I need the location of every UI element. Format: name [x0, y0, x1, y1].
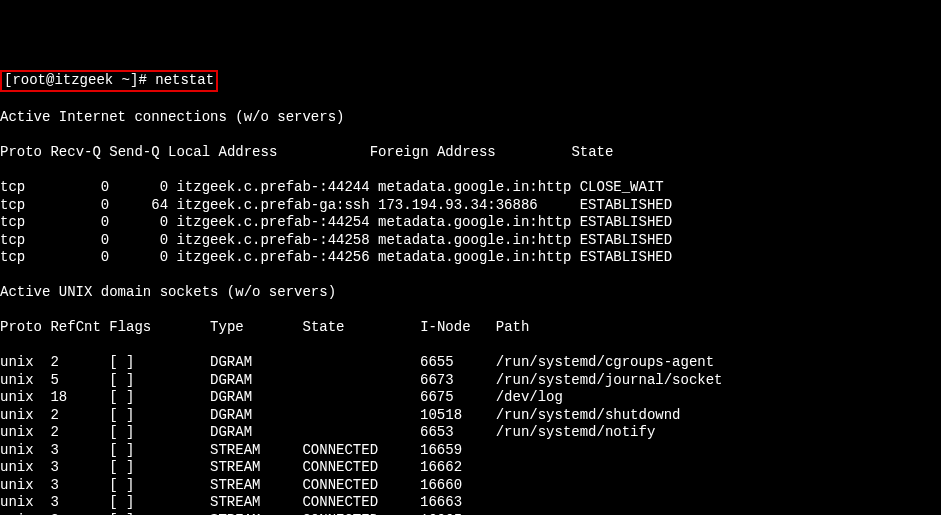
hdr-recvq: Recv-Q: [50, 144, 100, 160]
prompt-userhost: [root@itzgeek ~]#: [4, 72, 147, 88]
section2-title: Active UNIX domain sockets (w/o servers): [0, 284, 941, 302]
uhdr-type: Type: [210, 319, 244, 335]
unix-row: unix 3 [ ] STREAM CONNECTED 16660: [0, 477, 941, 495]
unix-row: unix 3 [ ] STREAM CONNECTED 16659: [0, 442, 941, 460]
unix-row: unix 3 [ ] STREAM CONNECTED 16665: [0, 512, 941, 516]
hdr-sendq: Send-Q: [109, 144, 159, 160]
uhdr-refcnt: RefCnt: [50, 319, 100, 335]
uhdr-proto: Proto: [0, 319, 42, 335]
unix-row: unix 18 [ ] DGRAM 6675 /dev/log: [0, 389, 941, 407]
section1-title: Active Internet connections (w/o servers…: [0, 109, 941, 127]
uhdr-path: Path: [496, 319, 530, 335]
unix-row: unix 2 [ ] DGRAM 10518 /run/systemd/shut…: [0, 407, 941, 425]
unix-row: unix 5 [ ] DGRAM 6673 /run/systemd/journ…: [0, 372, 941, 390]
hdr-foreign: Foreign Address: [370, 144, 496, 160]
uhdr-inode: I-Node: [420, 319, 470, 335]
uhdr-flags: Flags: [109, 319, 151, 335]
hdr-local: Local Address: [168, 144, 277, 160]
unix-row: unix 2 [ ] DGRAM 6653 /run/systemd/notif…: [0, 424, 941, 442]
prompt-line: [root@itzgeek ~]# netstat: [0, 70, 941, 92]
net-row: tcp 0 0 itzgeek.c.prefab-:44254 metadata…: [0, 214, 941, 232]
uhdr-state: State: [303, 319, 345, 335]
prompt-command[interactable]: netstat: [155, 72, 214, 88]
net-row: tcp 0 0 itzgeek.c.prefab-:44256 metadata…: [0, 249, 941, 267]
net-row: tcp 0 64 itzgeek.c.prefab-ga:ssh 173.194…: [0, 197, 941, 215]
unix-header-line: Proto RefCnt Flags Type State I-Node Pat…: [0, 319, 941, 337]
net-row: tcp 0 0 itzgeek.c.prefab-:44244 metadata…: [0, 179, 941, 197]
hdr-proto: Proto: [0, 144, 42, 160]
unix-row: unix 3 [ ] STREAM CONNECTED 16663: [0, 494, 941, 512]
hdr-state: State: [571, 144, 613, 160]
unix-row: unix 2 [ ] DGRAM 6655 /run/systemd/cgrou…: [0, 354, 941, 372]
unix-row: unix 3 [ ] STREAM CONNECTED 16662: [0, 459, 941, 477]
command-highlight: [root@itzgeek ~]# netstat: [0, 70, 218, 92]
net-header-line: Proto Recv-Q Send-Q Local Address Foreig…: [0, 144, 941, 162]
net-row: tcp 0 0 itzgeek.c.prefab-:44258 metadata…: [0, 232, 941, 250]
